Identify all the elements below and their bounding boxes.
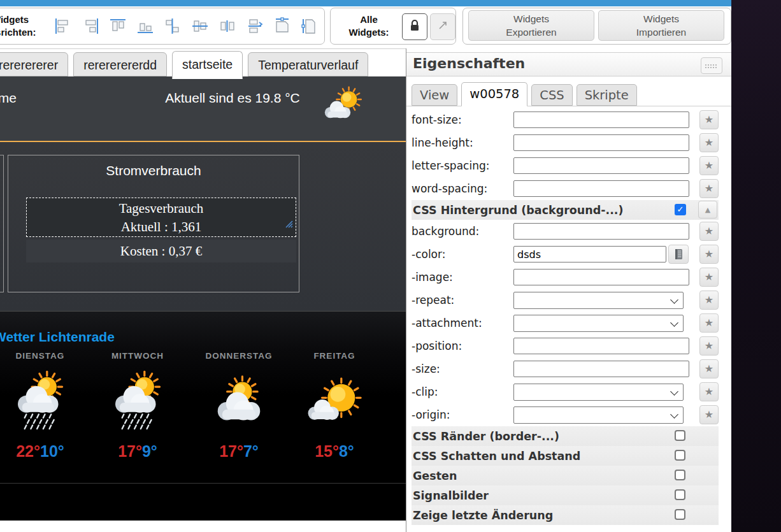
property-row-background-origin: -origin:★ xyxy=(412,403,731,426)
property-group-group-show-last-change[interactable]: Zeige letzte Änderung xyxy=(412,505,719,525)
property-input-background-size[interactable] xyxy=(513,361,689,377)
property-group-group-css-shadow[interactable]: CSS Schatten und Abstand xyxy=(412,446,719,466)
favorite-star-button[interactable]: ★ xyxy=(699,382,719,401)
weather-forecast-widget[interactable]: Wetter Lichtenrade DIENSTAG 22°10°MITTWO… xyxy=(0,311,406,521)
weather-day-temps: 17°9° xyxy=(90,442,185,461)
view-tab-rererererer[interactable]: rererererer xyxy=(0,52,68,76)
property-select-background-clip[interactable] xyxy=(513,384,684,401)
lock-widgets-button[interactable] xyxy=(402,13,427,40)
favorite-star-button[interactable]: ★ xyxy=(699,359,719,378)
view-tab-rerererererdd[interactable]: rerererererdd xyxy=(73,52,167,76)
open-widgets-button[interactable] xyxy=(430,13,455,40)
align-center-vertical-icon[interactable] xyxy=(164,17,182,36)
favorite-star-button[interactable]: ★ xyxy=(699,313,719,333)
group-checkbox[interactable] xyxy=(675,509,685,520)
property-input-line-height[interactable] xyxy=(513,134,689,151)
property-input-background[interactable] xyxy=(513,223,689,240)
group-checkbox[interactable] xyxy=(675,450,685,461)
favorite-star-button[interactable]: ★ xyxy=(699,179,719,198)
property-input-letter-spacing[interactable] xyxy=(513,157,689,174)
view-tab-startseite[interactable]: startseite xyxy=(172,51,243,79)
chevron-down-icon xyxy=(670,387,678,396)
current-temperature-text: Aktuell sind es 19.8 °C xyxy=(115,90,350,106)
selected-widget-tagesverbrauch[interactable]: Tagesverbrauch Aktuell : 1,361 xyxy=(26,198,296,237)
group-label: CSS Ränder (border-...) xyxy=(413,430,559,443)
view-tab-Temperaturverlauf[interactable]: Temperaturverlauf xyxy=(248,52,368,76)
property-label: line-height: xyxy=(412,136,513,149)
property-group-group-gestures[interactable]: Gesten xyxy=(412,466,719,485)
align-top-icon[interactable] xyxy=(109,17,127,36)
align-icons-row xyxy=(54,17,319,36)
header-widget[interactable]: Home Aktuell sind es 19.8 °C xyxy=(0,76,406,142)
widgets-import-button[interactable]: WidgetsImportieren xyxy=(598,10,724,41)
property-group-group-css-border[interactable]: CSS Ränder (border-...) xyxy=(412,426,719,446)
properties-tab-w00578[interactable]: w00578 xyxy=(461,82,527,106)
favorite-star-button[interactable]: ★ xyxy=(699,336,719,356)
desktop-background xyxy=(731,0,781,532)
header-left-text: Home xyxy=(0,90,17,106)
property-select-background-origin[interactable] xyxy=(513,406,684,424)
weather-title: Wetter Lichtenrade xyxy=(0,329,115,345)
view-tab-bar: rerererererrerererererddstartseiteTemper… xyxy=(0,50,406,76)
stromverbrauch-widget[interactable]: Stromverbrauch Tagesverbrauch Aktuell : … xyxy=(8,155,299,292)
temp-low: 9° xyxy=(142,442,157,460)
properties-tab-skripte[interactable]: Skripte xyxy=(577,84,637,106)
property-row-background: background:★ xyxy=(412,220,731,243)
align-right-icon[interactable] xyxy=(82,17,99,36)
widgets-export-button[interactable]: WidgetsExportieren xyxy=(468,10,594,41)
match-width-icon[interactable] xyxy=(273,17,291,36)
property-label: -attachment: xyxy=(412,317,513,329)
weather-day-name: FREITAG xyxy=(287,351,382,361)
panel-grip-button[interactable] xyxy=(701,57,722,74)
property-input-background-color[interactable] xyxy=(513,246,666,262)
property-label: -origin: xyxy=(412,408,513,421)
favorite-star-button[interactable]: ★ xyxy=(699,405,719,424)
editor-toolbar: Widgetsausrichten: AlleWidgets: WidgetsE… xyxy=(0,6,731,49)
distribute-horizontal-icon[interactable] xyxy=(219,17,236,36)
favorite-star-button[interactable]: ★ xyxy=(699,110,719,129)
property-input-background-image[interactable] xyxy=(513,269,689,285)
property-group-group-css-background[interactable]: CSS Hintergrund (background-...)✓▲ xyxy=(412,200,719,220)
property-input-word-spacing[interactable] xyxy=(513,180,689,197)
property-input-background-position[interactable] xyxy=(513,338,689,354)
sun-clouds-icon xyxy=(191,366,287,441)
group-checkbox[interactable] xyxy=(675,430,685,441)
lock-icon xyxy=(410,20,420,34)
weather-divider-line xyxy=(0,483,406,484)
favorite-star-button[interactable]: ★ xyxy=(699,268,719,287)
property-group-group-signal-images[interactable]: Signalbilder xyxy=(412,485,719,505)
favorite-star-button[interactable]: ★ xyxy=(699,245,719,264)
view-canvas[interactable]: Home Aktuell sind es 19.8 °C Stromverbra… xyxy=(0,76,406,521)
group-checkbox[interactable] xyxy=(675,470,685,480)
weather-day-name: MITTWOCH xyxy=(90,351,185,361)
favorite-star-button[interactable]: ★ xyxy=(699,291,719,310)
group-checkbox[interactable] xyxy=(675,489,685,500)
property-input-font-size[interactable] xyxy=(513,111,689,128)
group-checkbox[interactable]: ✓ xyxy=(675,204,686,215)
top-accent-bar xyxy=(0,0,731,6)
distribute-vertical-icon[interactable] xyxy=(246,17,264,36)
favorite-star-button[interactable]: ★ xyxy=(699,222,719,241)
property-select-background-attachment[interactable] xyxy=(513,315,684,332)
view-main-area: Stromverbrauch Tagesverbrauch Aktuell : … xyxy=(0,142,406,311)
align-bottom-icon[interactable] xyxy=(136,17,154,36)
weather-day-temps: 22°10° xyxy=(0,442,88,461)
property-select-background-repeat[interactable] xyxy=(513,292,684,309)
property-label: -clip: xyxy=(412,385,513,398)
all-widgets-label: AlleWidgets: xyxy=(336,13,402,39)
resize-handle-icon[interactable] xyxy=(285,215,294,234)
property-label: -size: xyxy=(412,363,513,375)
sun-cloud-icon xyxy=(287,366,382,441)
properties-tab-bar: Vieww00578CSSSkripte xyxy=(406,82,731,106)
color-picker-button[interactable] xyxy=(668,245,689,264)
favorite-star-button[interactable]: ★ xyxy=(699,156,719,175)
match-height-icon[interactable] xyxy=(301,17,319,36)
favorite-star-button[interactable]: ★ xyxy=(699,133,719,152)
collapse-group-button[interactable]: ▲ xyxy=(698,201,717,219)
align-center-horizontal-icon[interactable] xyxy=(191,17,209,36)
properties-tab-view[interactable]: View xyxy=(412,84,457,106)
weather-day-donnerstag: DONNERSTAG 17°7° xyxy=(191,351,287,461)
properties-tab-css[interactable]: CSS xyxy=(531,84,572,106)
property-row-background-repeat: -repeat:★ xyxy=(412,289,731,312)
align-left-icon[interactable] xyxy=(54,17,72,36)
